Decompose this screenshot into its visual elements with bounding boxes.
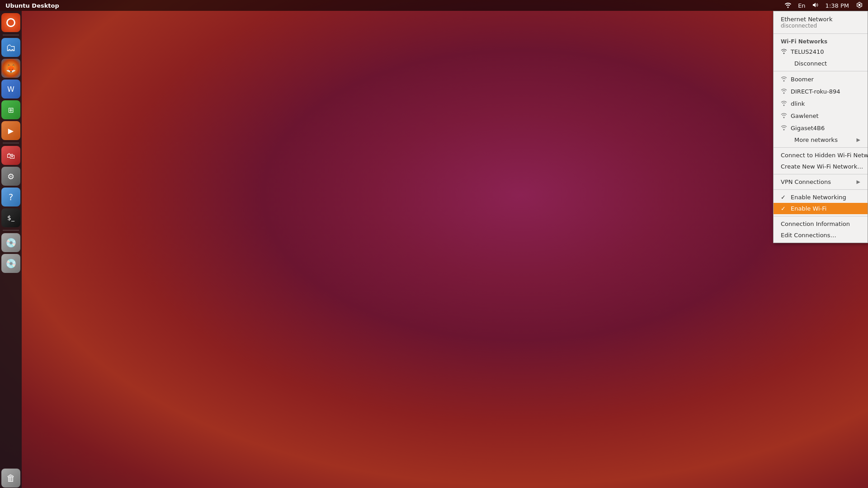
network-boomer[interactable]: Boomer [774,73,868,85]
enable-wifi-check: ✓ [781,205,787,212]
help-icon: ? [9,192,14,202]
ssid-gigaset4b6: Gigaset4B6 [791,125,825,131]
ssid-direct-roku: DIRECT-roku-894 [791,88,840,95]
enable-networking-item[interactable]: ✓ Enable Networking [774,192,868,203]
disk1-icon: 💿 [5,237,17,248]
connection-info-item[interactable]: Connection Information [774,218,868,230]
launcher-ubuntu-button[interactable] [1,13,20,32]
settings-icon: ⚙ [7,172,14,181]
connected-network-item[interactable]: TELUS2410 [774,46,868,58]
disk2-icon: 💿 [5,258,17,269]
software-icon: 🛍 [7,151,15,160]
launcher: 🗂 🦊 W ⊞ ▶ 🛍 ⚙ ? $_ [0,11,22,488]
disconnect-button[interactable]: Disconnect [774,58,868,69]
vpn-connections-item[interactable]: VPN Connections ▶ [774,176,868,188]
wifi-icon-dlink [781,100,787,108]
network-dlink[interactable]: dlink [774,98,868,110]
connected-ssid: TELUS2410 [791,48,824,55]
disconnect-label: Disconnect [794,60,827,67]
enable-wifi-item[interactable]: ✓ Enable Wi-Fi [774,203,868,214]
enable-networking-label: Enable Networking [791,194,846,201]
create-new-wifi-item[interactable]: Create New Wi-Fi Network… [774,161,868,172]
wifi-icon-direct-roku [781,88,787,95]
wifi-icon-gigaset4b6 [781,124,787,132]
vpn-connections-label: VPN Connections [781,178,831,185]
launcher-separator-3 [3,230,19,230]
trash-icon: 🗑 [6,473,15,483]
launcher-removable-disk-1[interactable]: 💿 [1,233,20,252]
menu-sep-6 [774,216,868,216]
topbar-title: Ubuntu Desktop [0,2,65,9]
wifi-icon-gawlenet [781,112,787,120]
launcher-separator-2 [3,143,19,143]
enable-networking-check: ✓ [781,194,787,201]
menu-sep-1 [774,33,868,34]
more-networks-item[interactable]: More networks ▶ [774,134,868,145]
calc-icon: ⊞ [8,106,14,114]
svg-point-0 [788,6,789,8]
launcher-system-settings[interactable]: ⚙ [1,167,20,186]
launcher-removable-disk-2[interactable]: 💿 [1,254,20,273]
menu-sep-3 [774,147,868,148]
menu-sep-2 [774,71,868,71]
network-gawlenet[interactable]: Gawlenet [774,110,868,122]
launcher-calc[interactable]: ⊞ [1,100,20,119]
volume-icon[interactable] [810,2,820,9]
desktop: Ubuntu Desktop En 1:38 PM [0,0,868,488]
topbar: Ubuntu Desktop En 1:38 PM [0,0,868,11]
network-direct-roku[interactable]: DIRECT-roku-894 [774,85,868,98]
launcher-impress[interactable]: ▶ [1,121,20,140]
wifi-icon-boomer [781,75,787,83]
launcher-firefox[interactable]: 🦊 [1,59,20,78]
launcher-separator-1 [3,35,19,35]
launcher-help[interactable]: ? [1,188,20,206]
keyboard-layout-indicator[interactable]: En [796,2,807,9]
ssid-boomer: Boomer [791,76,814,83]
vpn-arrow: ▶ [857,179,860,185]
ethernet-status: disconnected [774,23,868,32]
ssid-gawlenet: Gawlenet [791,113,819,119]
topbar-right: En 1:38 PM [783,1,868,10]
system-settings-icon[interactable] [854,2,864,9]
create-new-label: Create New Wi-Fi Network… [781,163,863,170]
connect-hidden-label: Connect to Hidden Wi-Fi Network… [781,152,868,159]
writer-icon: W [7,85,14,94]
enable-wifi-label: Enable Wi-Fi [791,205,826,212]
more-networks-arrow: ▶ [857,137,860,143]
impress-icon: ▶ [8,127,14,135]
ethernet-network-label: Ethernet Network [774,13,868,23]
clock-display[interactable]: 1:38 PM [823,2,852,9]
launcher-software-center[interactable]: 🛍 [1,146,20,165]
launcher-terminal[interactable]: $_ [1,208,20,227]
edit-connections-item[interactable]: Edit Connections… [774,230,868,241]
edit-connections-label: Edit Connections… [781,232,836,239]
connection-info-label: Connection Information [781,221,850,227]
firefox-icon: 🦊 [6,64,16,73]
launcher-trash[interactable]: 🗑 [1,469,20,488]
menu-sep-4 [774,174,868,174]
network-gigaset4b6[interactable]: Gigaset4B6 [774,122,868,134]
network-status-icon[interactable] [783,1,793,10]
network-menu: Ethernet Network disconnected Wi-Fi Netw… [773,11,868,243]
more-networks-label: More networks [794,136,838,143]
launcher-writer[interactable]: W [1,80,20,99]
terminal-icon: $_ [7,214,14,221]
wifi-connected-icon [781,48,787,56]
launcher-files[interactable]: 🗂 [1,38,20,57]
connect-hidden-wifi-item[interactable]: Connect to Hidden Wi-Fi Network… [774,150,868,161]
menu-sep-5 [774,189,868,190]
ssid-dlink: dlink [791,100,805,107]
wifi-networks-header: Wi-Fi Networks [774,36,868,46]
files-icon: 🗂 [6,42,16,53]
